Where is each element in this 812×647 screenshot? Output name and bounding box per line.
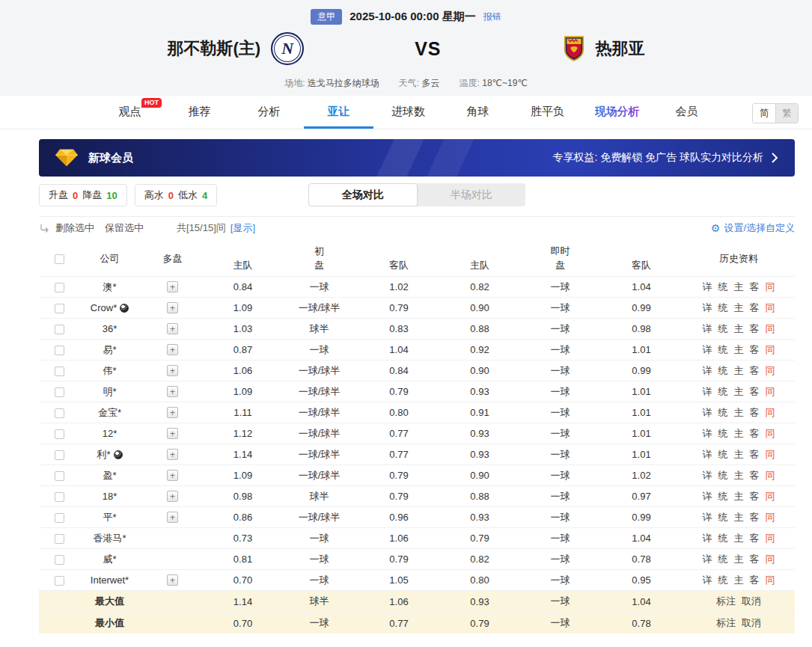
history-link[interactable]: 主 xyxy=(734,512,744,523)
tab-member[interactable]: 会员 xyxy=(652,96,721,129)
row-checkbox[interactable] xyxy=(55,408,64,418)
row-checkbox[interactable] xyxy=(55,471,64,481)
history-link[interactable]: 主 xyxy=(734,533,744,544)
history-link[interactable]: 详 xyxy=(703,533,712,544)
select-all-checkbox[interactable] xyxy=(55,254,64,264)
row-checkbox[interactable] xyxy=(55,387,64,397)
history-link[interactable]: 详 xyxy=(703,323,712,334)
history-link[interactable]: 详 xyxy=(703,449,712,460)
history-link[interactable]: 主 xyxy=(734,470,744,481)
lang-simplified-button[interactable]: 简 xyxy=(753,104,775,123)
history-link[interactable]: 客 xyxy=(750,554,760,565)
history-link[interactable]: 统 xyxy=(718,302,728,313)
expand-odds-button[interactable]: + xyxy=(167,491,178,502)
tab-recommend[interactable]: 推荐 xyxy=(165,96,234,129)
row-checkbox[interactable] xyxy=(55,429,64,439)
tab-win-draw-lose[interactable]: 胜平负 xyxy=(513,96,582,129)
history-same-link[interactable]: 同 xyxy=(766,428,775,439)
history-link[interactable]: 详 xyxy=(703,428,712,439)
history-link[interactable]: 客 xyxy=(750,344,760,355)
settings-customize-button[interactable]: ⚙ 设置/选择自定义 xyxy=(711,221,795,235)
history-link[interactable]: 详 xyxy=(703,470,712,481)
history-link[interactable]: 客 xyxy=(750,491,760,502)
history-same-link[interactable]: 同 xyxy=(766,365,775,376)
row-checkbox[interactable] xyxy=(55,492,64,502)
history-link[interactable]: 统 xyxy=(718,428,728,439)
company-name[interactable]: 明* xyxy=(80,385,139,399)
expand-odds-button[interactable]: + xyxy=(167,323,178,334)
row-checkbox[interactable] xyxy=(55,450,64,460)
tab-corners[interactable]: 角球 xyxy=(443,96,513,129)
history-link[interactable]: 主 xyxy=(734,449,744,460)
tab-asian-handicap[interactable]: 亚让 xyxy=(304,96,373,129)
expand-odds-button[interactable]: + xyxy=(167,365,178,376)
history-link[interactable]: 统 xyxy=(718,386,728,397)
history-link[interactable]: 主 xyxy=(734,323,744,334)
tab-live-analysis[interactable]: 现场分析 xyxy=(582,96,652,129)
history-link[interactable]: 详 xyxy=(703,407,712,418)
history-link[interactable]: 详 xyxy=(703,512,712,523)
company-name[interactable]: Interwet* xyxy=(80,574,139,586)
history-link[interactable]: 主 xyxy=(734,407,744,418)
history-link[interactable]: 主 xyxy=(734,281,744,292)
company-name[interactable]: 12* xyxy=(80,428,139,439)
half-match-tab[interactable]: 半场对比 xyxy=(418,183,525,206)
vip-promo-banner[interactable]: 新球会员 专享权益: 免费解锁 免广告 球队实力对比分析 xyxy=(39,139,795,177)
company-name[interactable]: 金宝* xyxy=(80,406,139,420)
summary-action-link[interactable]: 标注 xyxy=(716,617,736,628)
expand-odds-button[interactable]: + xyxy=(167,574,178,586)
lang-traditional-button[interactable]: 繁 xyxy=(775,104,798,123)
history-link[interactable]: 详 xyxy=(703,344,712,355)
history-link[interactable]: 客 xyxy=(750,449,760,460)
history-link[interactable]: 客 xyxy=(750,470,760,481)
history-link[interactable]: 主 xyxy=(734,428,744,439)
expand-odds-button[interactable]: + xyxy=(167,428,178,439)
company-name[interactable]: 平* xyxy=(80,511,139,524)
history-same-link[interactable]: 同 xyxy=(766,512,775,523)
expand-odds-button[interactable]: + xyxy=(167,302,178,313)
history-link[interactable]: 详 xyxy=(703,365,712,376)
history-link[interactable]: 统 xyxy=(718,407,728,418)
history-link[interactable]: 主 xyxy=(734,554,744,565)
delete-selected-button[interactable]: 删除选中 xyxy=(55,221,94,235)
row-checkbox[interactable] xyxy=(55,325,64,334)
history-link[interactable]: 客 xyxy=(750,386,760,397)
history-same-link[interactable]: 同 xyxy=(766,407,775,418)
history-link[interactable]: 统 xyxy=(718,512,728,523)
history-link[interactable]: 客 xyxy=(750,428,760,439)
history-same-link[interactable]: 同 xyxy=(766,302,775,313)
company-name[interactable]: 威* xyxy=(80,553,139,566)
history-link[interactable]: 客 xyxy=(750,323,760,334)
row-checkbox[interactable] xyxy=(55,367,64,376)
history-link[interactable]: 主 xyxy=(734,574,744,586)
history-same-link[interactable]: 同 xyxy=(766,533,775,544)
row-checkbox[interactable] xyxy=(55,513,64,523)
history-link[interactable]: 统 xyxy=(718,365,728,376)
row-checkbox[interactable] xyxy=(55,576,64,586)
report-error-link[interactable]: 报错 xyxy=(483,10,501,23)
history-link[interactable]: 客 xyxy=(750,365,760,376)
expand-odds-button[interactable]: + xyxy=(167,470,178,481)
history-same-link[interactable]: 同 xyxy=(766,554,775,565)
history-link[interactable]: 主 xyxy=(734,365,744,376)
company-name[interactable]: 利* xyxy=(80,448,139,462)
tab-analysis[interactable]: 分析 xyxy=(234,96,304,129)
history-link[interactable]: 统 xyxy=(718,574,728,586)
history-link[interactable]: 主 xyxy=(734,386,744,397)
history-same-link[interactable]: 同 xyxy=(766,281,775,292)
company-name[interactable]: 伟* xyxy=(80,364,139,378)
history-same-link[interactable]: 同 xyxy=(766,574,775,586)
history-link[interactable]: 统 xyxy=(718,323,728,334)
history-link[interactable]: 主 xyxy=(734,491,744,502)
history-link[interactable]: 统 xyxy=(718,533,728,544)
company-name[interactable]: 18* xyxy=(80,491,139,502)
history-link[interactable]: 详 xyxy=(703,281,712,292)
history-link[interactable]: 详 xyxy=(703,491,712,502)
history-same-link[interactable]: 同 xyxy=(766,470,775,481)
history-link[interactable]: 客 xyxy=(750,302,760,313)
company-name[interactable]: 36* xyxy=(80,323,139,334)
company-name[interactable]: 易* xyxy=(80,343,139,357)
history-link[interactable]: 客 xyxy=(750,407,760,418)
history-same-link[interactable]: 同 xyxy=(766,344,775,355)
history-link[interactable]: 详 xyxy=(703,554,712,565)
